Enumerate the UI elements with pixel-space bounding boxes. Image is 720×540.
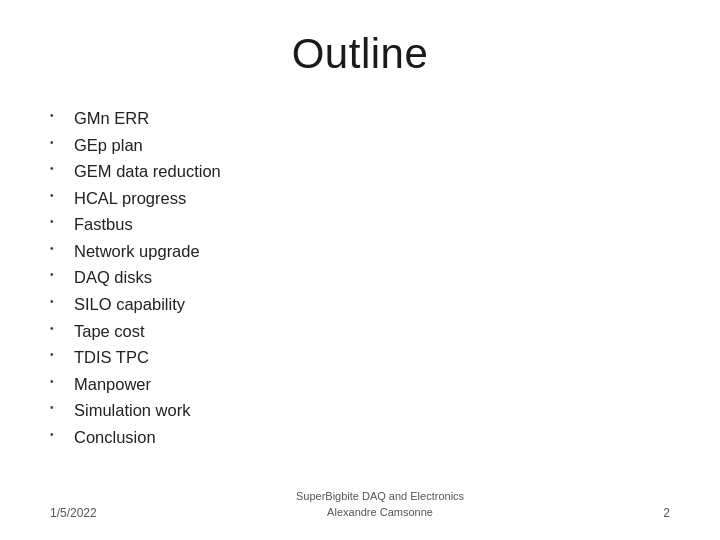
bullet-text: HCAL progress xyxy=(74,186,186,212)
list-item: •Conclusion xyxy=(50,425,670,451)
footer-center-line2: Alexandre Camsonne xyxy=(296,505,464,520)
list-item: •GEM data reduction xyxy=(50,159,670,185)
bullet-text: Fastbus xyxy=(74,212,133,238)
bullet-dot-icon: • xyxy=(50,188,68,204)
bullet-dot-icon: • xyxy=(50,241,68,257)
slide: Outline •GMn ERR•GEp plan•GEM data reduc… xyxy=(0,0,720,540)
bullet-text: Tape cost xyxy=(74,319,145,345)
bullet-text: TDIS TPC xyxy=(74,345,149,371)
bullet-dot-icon: • xyxy=(50,347,68,363)
footer-date: 1/5/2022 xyxy=(50,506,97,520)
bullet-dot-icon: • xyxy=(50,135,68,151)
bullet-dot-icon: • xyxy=(50,161,68,177)
bullet-text: Simulation work xyxy=(74,398,190,424)
bullet-text: GEM data reduction xyxy=(74,159,221,185)
bullet-dot-icon: • xyxy=(50,321,68,337)
list-item: •DAQ disks xyxy=(50,265,670,291)
bullet-text: Conclusion xyxy=(74,425,156,451)
list-item: •GMn ERR xyxy=(50,106,670,132)
list-item: •Manpower xyxy=(50,372,670,398)
slide-content: •GMn ERR•GEp plan•GEM data reduction•HCA… xyxy=(50,106,670,479)
list-item: •Network upgrade xyxy=(50,239,670,265)
list-item: •GEp plan xyxy=(50,133,670,159)
bullet-text: DAQ disks xyxy=(74,265,152,291)
list-item: •SILO capability xyxy=(50,292,670,318)
slide-footer: 1/5/2022 SuperBigbite DAQ and Electronic… xyxy=(50,479,670,520)
list-item: •TDIS TPC xyxy=(50,345,670,371)
bullet-list: •GMn ERR•GEp plan•GEM data reduction•HCA… xyxy=(50,106,670,451)
footer-center: SuperBigbite DAQ and Electronics Alexand… xyxy=(296,489,464,520)
bullet-dot-icon: • xyxy=(50,294,68,310)
bullet-dot-icon: • xyxy=(50,214,68,230)
bullet-text: Manpower xyxy=(74,372,151,398)
bullet-text: Network upgrade xyxy=(74,239,200,265)
list-item: •Fastbus xyxy=(50,212,670,238)
bullet-dot-icon: • xyxy=(50,267,68,283)
bullet-dot-icon: • xyxy=(50,427,68,443)
list-item: •Tape cost xyxy=(50,319,670,345)
list-item: •HCAL progress xyxy=(50,186,670,212)
bullet-dot-icon: • xyxy=(50,108,68,124)
bullet-text: SILO capability xyxy=(74,292,185,318)
footer-center-line1: SuperBigbite DAQ and Electronics xyxy=(296,489,464,504)
slide-title: Outline xyxy=(50,30,670,78)
bullet-text: GEp plan xyxy=(74,133,143,159)
bullet-text: GMn ERR xyxy=(74,106,149,132)
list-item: •Simulation work xyxy=(50,398,670,424)
footer-page: 2 xyxy=(663,506,670,520)
bullet-dot-icon: • xyxy=(50,374,68,390)
bullet-dot-icon: • xyxy=(50,400,68,416)
